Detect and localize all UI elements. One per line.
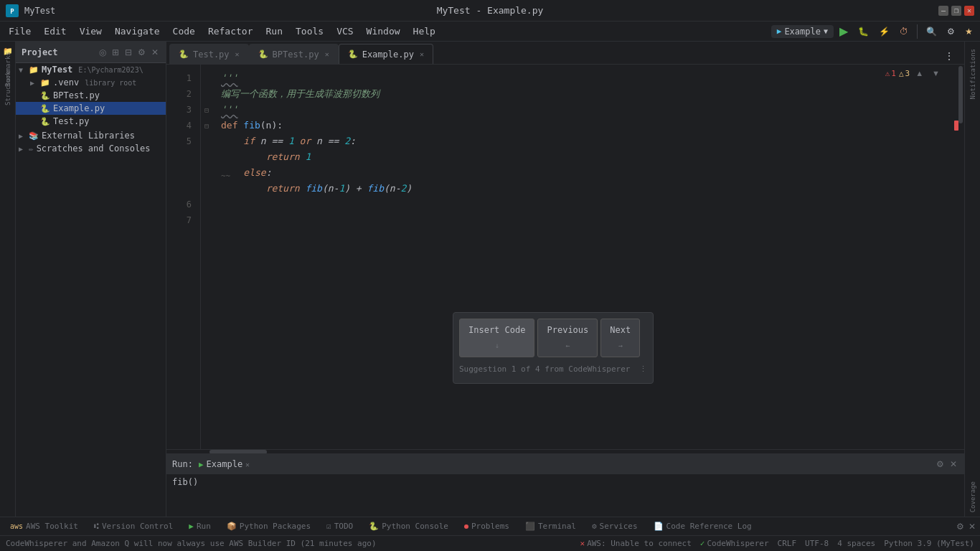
menu-refactor[interactable]: Refactor: [202, 24, 259, 39]
btab-python-packages[interactable]: 📦 Python Packages: [220, 520, 318, 532]
maximize-button[interactable]: ❒: [951, 6, 961, 16]
menu-edit[interactable]: Edit: [38, 24, 72, 39]
coverage-button[interactable]: ⚡: [875, 24, 894, 39]
menu-help[interactable]: Help: [407, 24, 441, 39]
menu-view[interactable]: View: [74, 24, 108, 39]
tab-bptest[interactable]: 🐍 BPTest.py ✕: [249, 44, 339, 64]
btab-version-control[interactable]: ⑆ Version Control: [87, 520, 180, 532]
tabs-overflow-button[interactable]: ⋮: [940, 48, 958, 64]
status-python-version[interactable]: Python 3.9 (MyTest): [884, 539, 974, 548]
run-panel-close-button[interactable]: ✕: [948, 458, 958, 471]
tab-icon-example: 🐍: [348, 50, 358, 59]
run-tab-close[interactable]: ✕: [245, 461, 250, 468]
run-button[interactable]: ▶: [835, 22, 852, 40]
project-settings-button[interactable]: ⚙: [136, 46, 147, 59]
run-tab-name: Example: [207, 459, 243, 469]
status-crlf[interactable]: CRLF: [778, 539, 797, 548]
minimize-button[interactable]: —: [938, 6, 948, 16]
tab-close-example[interactable]: ✕: [420, 50, 424, 58]
token-ret1-num: 1: [305, 149, 311, 165]
tree-venv[interactable]: ▶ 📁 .venv library root: [16, 76, 166, 89]
tree-test[interactable]: ▶ 🐍 Test.py: [16, 115, 166, 128]
btab-services[interactable]: ⚙ Services: [585, 520, 645, 532]
title-bar-left: P MyTest: [6, 4, 55, 17]
tree-scratches[interactable]: ▶ ✏ Scratches and Consoles: [16, 142, 166, 155]
tree-root-mytest[interactable]: ▼ 📁 MyTest E:\Pycharm2023\: [16, 63, 166, 76]
menu-window[interactable]: Window: [361, 24, 406, 39]
ai-button[interactable]: ★: [961, 24, 977, 39]
project-expand-button[interactable]: ⊟: [123, 46, 133, 59]
notifications-label[interactable]: Notifications: [969, 44, 976, 103]
btab-problems[interactable]: Problems: [457, 520, 517, 532]
fold-gutter: ⊟ ⊟: [201, 65, 212, 449]
btab-python-console[interactable]: 🐍 Python Console: [362, 520, 456, 532]
line-num-5: 5: [169, 133, 197, 149]
run-configuration[interactable]: ▶ Example ▼: [771, 25, 834, 38]
editor[interactable]: ⚠ 1 △ 3 ▲ ▼ 1 2 3 4 5 6: [166, 65, 964, 449]
settings-button[interactable]: ⚙: [943, 24, 959, 39]
menu-file[interactable]: File: [3, 24, 37, 39]
project-collapse-button[interactable]: ⊞: [110, 46, 121, 59]
bottom-tabs-settings-button[interactable]: ⚙: [955, 520, 966, 533]
btab-services-label: Services: [600, 522, 638, 531]
line-num-blank2: [169, 165, 197, 181]
btab-problems-label: Problems: [471, 522, 509, 531]
coverage-label[interactable]: Coverage: [969, 477, 976, 517]
tab-close-bptest[interactable]: ✕: [325, 50, 329, 58]
btab-todo[interactable]: ☑ TODO: [319, 520, 360, 532]
btab-code-reference[interactable]: 📄 Code Reference Log: [646, 520, 759, 532]
cw-more-options-button[interactable]: ⋮: [639, 362, 647, 377]
profile-button[interactable]: ⏱: [895, 24, 913, 39]
status-codewhisperer[interactable]: ✓ CodeWhisperer: [700, 539, 769, 548]
cw-next-button[interactable]: Next →: [600, 319, 640, 357]
project-locate-button[interactable]: ◎: [98, 46, 108, 59]
tab-close-test[interactable]: ✕: [235, 50, 240, 58]
btab-terminal[interactable]: ⬛ Terminal: [518, 520, 583, 532]
token-5-2: 2: [344, 133, 350, 149]
btab-ref-label: Code Reference Log: [666, 522, 752, 531]
close-button[interactable]: ✕: [964, 6, 974, 16]
tab-test[interactable]: 🐍 Test.py ✕: [169, 44, 249, 64]
menu-tools[interactable]: Tools: [290, 24, 329, 39]
btab-run[interactable]: ▶ Run: [182, 520, 218, 532]
scrollbar-thumb[interactable]: [958, 66, 963, 123]
fold-4[interactable]: ⊟: [201, 118, 212, 133]
cw-previous-arrow: ←: [547, 338, 588, 354]
token-5-n1: n ==: [260, 133, 288, 149]
run-settings-button[interactable]: ⚙: [935, 458, 946, 471]
status-codewhisperer-msg[interactable]: CodeWhisperer and Amazon Q will now alwa…: [6, 539, 377, 548]
project-hide-button[interactable]: ✕: [150, 46, 160, 59]
menu-code[interactable]: Code: [167, 24, 201, 39]
tab-icon-bptest: 🐍: [258, 50, 268, 59]
btab-aws-toolkit[interactable]: aws AWS Toolkit: [3, 520, 85, 532]
window-controls[interactable]: — ❒ ✕: [938, 6, 974, 16]
vertical-scrollbar[interactable]: [957, 65, 964, 449]
status-aws[interactable]: ✕ AWS: Unable to connect: [580, 539, 692, 548]
tree-bptest[interactable]: ▶ 🐍 BPTest.py: [16, 89, 166, 102]
tree-external-libs[interactable]: ▶ 📚 External Libraries: [16, 129, 166, 142]
line-num-blank3: [169, 181, 197, 197]
tab-label-test: Test.py: [193, 50, 230, 60]
fold-3[interactable]: ⊟: [201, 102, 212, 118]
structure-icon[interactable]: Structure: [1, 82, 14, 95]
menu-navigate[interactable]: Navigate: [109, 24, 166, 39]
tree-example[interactable]: ▶ 🐍 Example.py: [16, 102, 166, 115]
token-ret2-n2: 2: [401, 181, 407, 197]
menu-run[interactable]: Run: [260, 24, 288, 39]
debug-button[interactable]: 🐛: [854, 24, 873, 39]
status-encoding[interactable]: UTF-8: [805, 539, 829, 548]
editor-area: 🐍 Test.py ✕ 🐍 BPTest.py ✕ 🐍 Example.py ✕…: [166, 42, 964, 517]
menu-vcs[interactable]: VCS: [331, 24, 359, 39]
code-area[interactable]: ''' 编写一个函数，用于生成菲波那切数列 ''' def fib(n): if…: [212, 65, 954, 449]
run-panel-header: Run: ▶ Example ✕ ⚙ ✕: [166, 454, 964, 474]
search-everywhere-button[interactable]: 🔍: [922, 24, 941, 39]
run-tab-example[interactable]: ▶ Example ✕: [199, 459, 250, 469]
cw-previous-button[interactable]: Previous ←: [537, 319, 598, 357]
line-num-1: 1: [169, 70, 197, 86]
status-bar-left: CodeWhisperer and Amazon Q will now alwa…: [6, 539, 377, 548]
cw-insert-code-button[interactable]: Insert Code ↓: [459, 319, 534, 357]
tab-example[interactable]: 🐍 Example.py ✕: [339, 44, 433, 64]
bottom-tabs-close-button[interactable]: ✕: [967, 520, 977, 533]
status-bar-right: ✕ AWS: Unable to connect ✓ CodeWhisperer…: [580, 539, 975, 548]
status-indent[interactable]: 4 spaces: [837, 539, 875, 548]
